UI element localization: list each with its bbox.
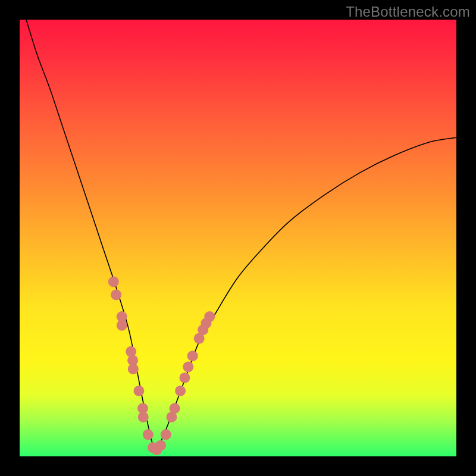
outer-frame: TheBottleneck.com xyxy=(0,0,476,476)
bottleneck-curve xyxy=(26,20,456,450)
marker-dot xyxy=(138,412,149,422)
marker-dot xyxy=(111,289,121,300)
marker-dot xyxy=(170,403,180,414)
marker-dot xyxy=(128,364,139,374)
marker-group xyxy=(108,276,215,455)
marker-dot xyxy=(179,372,190,383)
marker-dot xyxy=(204,311,215,322)
marker-dot xyxy=(161,429,171,440)
chart-svg xyxy=(20,20,456,456)
marker-dot xyxy=(175,386,186,396)
marker-dot xyxy=(155,440,166,451)
plot-area xyxy=(20,20,456,456)
marker-dot xyxy=(187,350,198,361)
marker-dot xyxy=(133,386,144,396)
marker-dot xyxy=(108,276,119,287)
marker-dot xyxy=(117,320,127,331)
watermark-text: TheBottleneck.com xyxy=(346,4,470,20)
marker-dot xyxy=(183,362,193,372)
marker-dot xyxy=(143,429,154,440)
